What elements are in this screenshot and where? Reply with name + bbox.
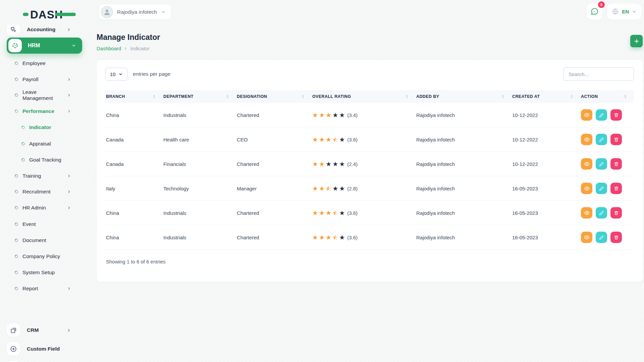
bullet-icon: [14, 222, 19, 227]
messages-button[interactable]: 0: [587, 4, 602, 19]
column-header-department[interactable]: DEPARTMENT▲▼: [163, 90, 236, 103]
star-empty-icon: ★: [339, 234, 345, 241]
edit-button[interactable]: [596, 158, 607, 170]
star-empty-icon: ★: [339, 112, 345, 118]
star-empty-icon: ★: [339, 136, 345, 143]
table-header-row: BRANCH▲▼ DEPARTMENT▲▼ DESIGNATION▲▼ OVER…: [105, 90, 634, 103]
entries-per-page-select[interactable]: 10: [105, 68, 127, 81]
main-content: Manage Indicator Dashboard Indicator 10 …: [97, 33, 643, 282]
entries-per-page-label: entries per page: [133, 71, 170, 77]
delete-button[interactable]: [610, 158, 622, 170]
rating-cell: ★★☆★★★(2.8): [312, 176, 416, 201]
language-selector[interactable]: EN: [607, 4, 641, 19]
view-button[interactable]: [581, 134, 592, 145]
topbar-actions: 0 EN: [587, 4, 641, 19]
edit-button[interactable]: [596, 134, 607, 145]
edit-button[interactable]: [596, 183, 607, 194]
column-header-overall-rating[interactable]: OVERALL RATING▲▼: [312, 90, 416, 103]
trash-icon: [614, 186, 619, 191]
sidebar-item-system-setup[interactable]: System Setup: [0, 264, 83, 281]
sidebar-item-appraisal[interactable]: Appraisal: [0, 136, 83, 152]
created-at-cell: 10-12-2022: [512, 103, 580, 127]
trash-icon: [614, 235, 619, 240]
sidebar-item-goal-tracking[interactable]: Goal Tracking: [0, 152, 83, 168]
view-button[interactable]: [581, 109, 592, 121]
action-cell: [580, 176, 634, 201]
department-cell: Industrials: [163, 103, 236, 127]
star-full-icon: ★: [319, 161, 325, 167]
added-by-cell: Rajodiya infotech: [416, 103, 512, 127]
bullet-icon: [14, 270, 19, 275]
delete-button[interactable]: [610, 207, 622, 219]
table-row: Canada Health care CEO ★★★☆★★(3.6) Rajod…: [105, 127, 634, 152]
chevron-right-icon: [67, 77, 71, 81]
bullet-icon: [14, 205, 19, 210]
sidebar-item-performance[interactable]: Performance: [0, 103, 83, 119]
edit-button[interactable]: [596, 207, 607, 219]
breadcrumb-current: Indicator: [130, 46, 150, 51]
column-header-action[interactable]: ACTION▲▼: [580, 90, 634, 103]
star-full-icon: ★: [312, 136, 318, 143]
sidebar-item-report[interactable]: Report: [0, 281, 83, 297]
column-header-created-at[interactable]: CREATED AT▲▼: [512, 90, 580, 103]
sidebar-item-company-policy[interactable]: Company Policy: [0, 248, 83, 264]
column-header-branch[interactable]: BRANCH▲▼: [105, 90, 163, 103]
star-half-icon: ☆★: [332, 234, 338, 241]
column-header-designation[interactable]: DESIGNATION▲▼: [236, 90, 312, 103]
search-input[interactable]: [564, 67, 634, 81]
table-row: China Industrials Chartered ★★★☆★★(3.6) …: [105, 201, 634, 225]
breadcrumb-dashboard-link[interactable]: Dashboard: [97, 46, 121, 51]
star-empty-icon: ★: [332, 112, 338, 118]
sidebar-item-event[interactable]: Event: [0, 216, 83, 232]
action-cell: [580, 152, 634, 176]
rating-cell: ★★★★★(2.4): [312, 152, 416, 176]
view-button[interactable]: [581, 158, 592, 170]
sidebar-item-crm[interactable]: CRM: [0, 321, 83, 340]
sidebar-item-hr-admin[interactable]: HR Admin: [0, 200, 83, 216]
sidebar-item-payroll[interactable]: Payroll: [0, 71, 83, 87]
sidebar-item-leave-management[interactable]: Leave Management: [0, 87, 83, 103]
indicator-table-card: 10 entries per page BRANCH▲▼ DEPARTMENT▲…: [97, 60, 643, 282]
delete-button[interactable]: [610, 134, 622, 145]
sidebar-item-document[interactable]: Document: [0, 232, 83, 248]
avatar: [101, 6, 113, 18]
delete-button[interactable]: [610, 183, 622, 194]
view-button[interactable]: [581, 183, 592, 194]
chevron-down-icon: [161, 10, 166, 14]
sidebar-item-messenger[interactable]: Messenger: [0, 358, 83, 362]
star-rating: ★★★★★: [312, 112, 345, 118]
star-empty-icon: ★: [332, 185, 338, 192]
sidebar-item-employee[interactable]: Employee: [0, 55, 83, 71]
sidebar-item-hrm[interactable]: HRM: [7, 38, 82, 54]
view-button[interactable]: [581, 232, 592, 243]
workspace-selector[interactable]: Rajodiya infotech: [99, 4, 171, 20]
delete-button[interactable]: [610, 109, 622, 121]
edit-button[interactable]: [596, 109, 607, 121]
sidebar-item-indicator[interactable]: Indicator: [0, 119, 83, 135]
chevron-right-icon: [67, 109, 71, 113]
action-cell: [580, 127, 634, 152]
pencil-icon: [599, 235, 604, 240]
star-empty-icon: ★: [339, 161, 345, 167]
add-indicator-button[interactable]: [630, 35, 643, 47]
sort-icon: ▲▼: [502, 95, 504, 99]
sidebar-item-custom-field[interactable]: Custom Field: [0, 340, 83, 358]
edit-button[interactable]: [596, 232, 607, 243]
trash-icon: [614, 210, 619, 216]
sidebar-item-recruitment[interactable]: Recruitment: [0, 184, 83, 200]
sort-icon: ▲▼: [571, 95, 573, 99]
chevron-down-icon: [632, 9, 637, 14]
bullet-icon: [21, 125, 25, 130]
star-full-icon: ★: [319, 210, 325, 216]
column-header-added-by[interactable]: ADDED BY▲▼: [416, 90, 512, 103]
sidebar-item-training[interactable]: Training: [0, 168, 83, 184]
app-logo[interactable]: DASH: [23, 8, 63, 21]
sidebar-item-accounting[interactable]: Accounting: [0, 25, 83, 39]
indicator-table: BRANCH▲▼ DEPARTMENT▲▼ DESIGNATION▲▼ OVER…: [105, 90, 634, 250]
breadcrumb: Dashboard Indicator: [97, 46, 160, 51]
delete-button[interactable]: [610, 232, 622, 243]
department-cell: Technology: [163, 176, 236, 201]
view-button[interactable]: [581, 207, 592, 219]
star-full-icon: ★: [312, 210, 318, 216]
designation-cell: Chartered: [236, 152, 312, 176]
